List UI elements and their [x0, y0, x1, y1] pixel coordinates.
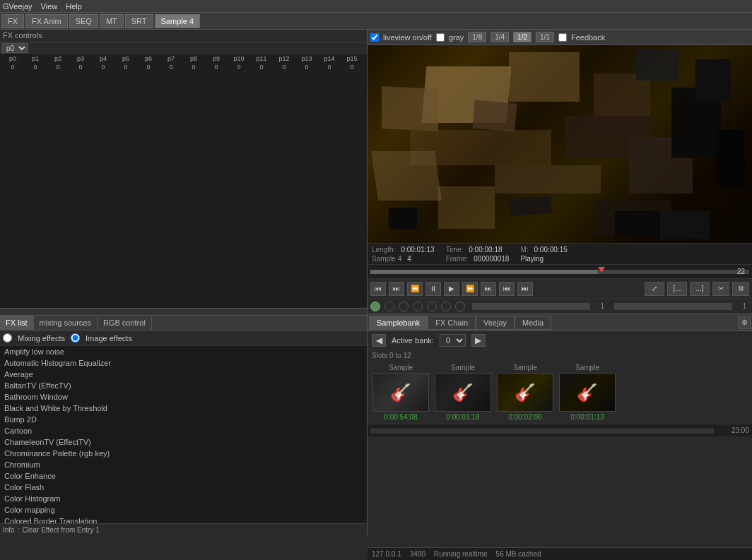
menu-gveejay[interactable]: GVeejay	[3, 2, 33, 11]
menu-view[interactable]: View	[41, 2, 58, 11]
mode-circles: 1 1	[368, 298, 752, 314]
gray-checkbox[interactable]	[436, 33, 445, 42]
transport-skip-start[interactable]: ⏮	[370, 282, 386, 296]
knob-p3: p3 0	[69, 55, 92, 306]
param-selector[interactable]: p0	[1, 43, 28, 53]
feedback-checkbox[interactable]	[558, 33, 567, 42]
gray-label: gray	[449, 33, 464, 42]
transport-bracket-close[interactable]: ...]	[690, 282, 710, 296]
time-label: Time:	[446, 246, 464, 254]
timeline-track[interactable]	[370, 270, 749, 274]
fx-controls-label: FX controls	[0, 30, 367, 42]
bottom-track[interactable]	[370, 428, 714, 434]
bottom-time-label: 23:00	[714, 427, 749, 434]
bank-select[interactable]: 0	[440, 334, 466, 347]
zoom-1-4[interactable]: 1/4	[490, 32, 509, 42]
sample-time-3: 0:00:01:13	[570, 413, 604, 421]
effect-amplify-low-noise[interactable]: Amplify low noise	[0, 346, 367, 357]
guitar-icon-2: 🎸	[515, 383, 536, 403]
tab-sample4[interactable]: Sample 4	[155, 14, 200, 28]
effect-cartoon[interactable]: Cartoon	[0, 425, 367, 436]
zoom-1-2[interactable]: 1/2	[513, 32, 531, 42]
sample-thumb-1[interactable]: 🎸	[435, 373, 491, 412]
tab-mt[interactable]: MT	[100, 14, 124, 28]
tab-fx-list[interactable]: FX list	[0, 316, 34, 330]
tab-rgb-control[interactable]: RGB control	[98, 316, 152, 330]
frame-value: 000000018	[474, 255, 509, 263]
tab-fx-anim[interactable]: FX Anim	[25, 14, 68, 28]
mode-circle-3[interactable]	[399, 302, 409, 311]
bank-prev[interactable]: ◀	[372, 334, 386, 347]
transport-settings[interactable]: ⚙	[732, 282, 749, 296]
sample-grid: Sample 🎸 0:00:54:08 Sample 🎸 0:00:01:18 …	[368, 361, 752, 424]
transport-play[interactable]: ▶	[444, 282, 459, 296]
status-ip: 127.0.0.1	[372, 550, 401, 558]
tab-media[interactable]: Media	[515, 316, 551, 330]
effect-chameleontv[interactable]: ChameleonTV (EffectTV)	[0, 436, 367, 448]
effect-color-histogram[interactable]: Color Histogram	[0, 493, 367, 504]
knob-p10: p10 0	[228, 55, 250, 306]
mixing-effects-radio[interactable]	[3, 333, 12, 342]
bottom-timeline[interactable]: 23:00	[368, 424, 752, 436]
effect-chrominance-palette[interactable]: Chrominance Palette (rgb key)	[0, 448, 367, 459]
knob-p6: p6 0	[137, 55, 160, 306]
transport-pause[interactable]: ⏸	[425, 282, 441, 296]
effect-bw-threshold[interactable]: Black and White by Threshold	[0, 403, 367, 414]
image-effects-radio[interactable]	[71, 333, 80, 342]
tab-veejay[interactable]: Veejay	[476, 316, 515, 330]
transport-rewind[interactable]: ⏪	[407, 282, 423, 296]
fx-knobs-area: p0 0 p1 0 p2 0 p3 0 p4 0	[0, 54, 367, 315]
transport-next[interactable]: ⏭	[481, 282, 496, 296]
effect-average[interactable]: Average	[0, 369, 367, 380]
liveview-checkbox[interactable]	[370, 33, 379, 42]
tab-seq[interactable]: SEQ	[69, 14, 98, 28]
mode-circle-5[interactable]	[427, 302, 437, 311]
tab-srt[interactable]: SRT	[125, 14, 153, 28]
bottom-panel: Samplebank FX Chain Veejay Media ⚙ ◀ Act…	[368, 314, 752, 536]
timeline-bar[interactable]: 22	[368, 264, 752, 278]
sample-thumb-2[interactable]: 🎸	[497, 373, 553, 412]
effect-color-enhance[interactable]: Color Enhance	[0, 470, 367, 482]
transport-prev[interactable]: ⏭	[389, 282, 404, 296]
transport-clip[interactable]: ✂	[712, 282, 729, 296]
effect-color-flash[interactable]: Color Flash	[0, 482, 367, 493]
tab-fx-chain[interactable]: FX Chain	[428, 316, 476, 330]
transport-skip-end[interactable]: ⏮	[499, 282, 515, 296]
transport-skip-end2[interactable]: ⏭	[517, 282, 533, 296]
sample-thumb-0[interactable]: 🎸	[372, 373, 429, 412]
zoom-1-1[interactable]: 1/1	[536, 32, 554, 42]
transport-expand[interactable]: ⤢	[645, 282, 664, 296]
effect-bump2d[interactable]: Bump 2D	[0, 414, 367, 425]
status-port: 3490	[410, 550, 425, 558]
effect-color-mapping[interactable]: Color mapping	[0, 504, 367, 516]
mode-circle-4[interactable]	[413, 302, 423, 311]
status-running: Running realtime	[434, 550, 488, 558]
menu-help[interactable]: Help	[66, 2, 82, 11]
knob-scrollbar[interactable]	[0, 308, 367, 315]
effect-auto-histogram[interactable]: Automatic Histogram Equalizer	[0, 357, 367, 369]
effect-colored-border[interactable]: Colored Border Translation	[0, 516, 367, 523]
guitar-icon-1: 🎸	[452, 383, 474, 403]
info-bar: Info : Clear Effect from Entry 1	[0, 523, 367, 536]
m-label: M:	[520, 246, 528, 254]
knob-p1: p1 0	[24, 55, 47, 306]
tab-mixing-sources[interactable]: mixing sources	[34, 316, 98, 330]
tab-fx[interactable]: FX	[1, 14, 24, 28]
zoom-1-8[interactable]: 1/8	[468, 32, 486, 42]
mode-circle-2[interactable]	[384, 302, 394, 311]
effect-bathroom-window[interactable]: Bathroom Window	[0, 391, 367, 403]
sample-slot-2: Sample 🎸 0:00:02:00	[496, 364, 554, 421]
mode-circle-6[interactable]	[441, 302, 451, 311]
sample-slots-label: Slots 0 to 12	[368, 350, 752, 361]
effect-baltantv[interactable]: BaltanTV (EffecTV)	[0, 380, 367, 391]
effect-chromium[interactable]: Chromium	[0, 459, 367, 470]
mode-circle-1[interactable]	[370, 302, 380, 311]
transport-bracket-open[interactable]: [...	[667, 282, 687, 296]
bottom-icon-1[interactable]: ⚙	[738, 316, 751, 329]
transport-fast-forward[interactable]: ⏩	[462, 282, 478, 296]
bank-next[interactable]: ▶	[471, 334, 486, 347]
playing-status: Playing	[520, 255, 544, 263]
mode-circle-7[interactable]	[455, 302, 465, 311]
sample-thumb-3[interactable]: 🎸	[559, 373, 616, 412]
tab-samplebank[interactable]: Samplebank	[369, 316, 428, 330]
